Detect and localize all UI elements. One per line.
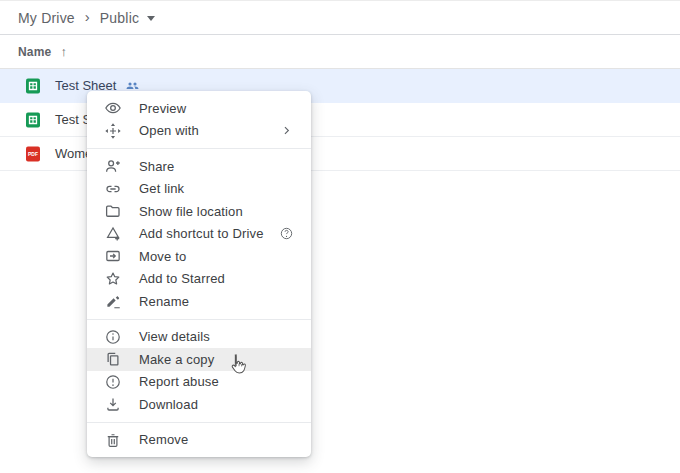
menu-item-make-a-copy[interactable]: Make a copy <box>87 348 311 371</box>
link-icon <box>104 180 122 198</box>
menu-item-label: Move to <box>139 249 186 264</box>
menu-item-label: Remove <box>139 432 188 447</box>
move-to-icon <box>104 247 122 265</box>
menu-item-label: Add shortcut to Drive <box>139 226 264 241</box>
menu-item-label: Share <box>139 159 174 174</box>
copy-icon <box>104 350 122 368</box>
breadcrumb: My Drive › Public <box>0 1 680 35</box>
menu-section: Remove <box>87 423 311 458</box>
menu-item-label: Add to Starred <box>139 271 225 286</box>
pdf-file-icon: PDF <box>25 146 41 162</box>
menu-item-get-link[interactable]: Get link <box>87 178 311 201</box>
menu-item-label: Report abuse <box>139 374 219 389</box>
context-menu: PreviewOpen withShareGet linkShow file l… <box>87 91 311 457</box>
menu-item-view-details[interactable]: View details <box>87 326 311 349</box>
menu-item-label: View details <box>139 329 210 344</box>
menu-section: ShareGet linkShow file locationAdd short… <box>87 149 311 320</box>
folder-dropdown-caret-icon[interactable] <box>147 16 155 21</box>
menu-item-move-to[interactable]: Move to <box>87 245 311 268</box>
star-icon <box>104 270 122 288</box>
eye-icon <box>104 99 122 117</box>
menu-item-label: Make a copy <box>139 352 214 367</box>
folder-icon <box>104 202 122 220</box>
menu-section: View detailsMake a copyReport abuseDownl… <box>87 320 311 423</box>
chevron-right-icon <box>279 123 294 138</box>
menu-item-report-abuse[interactable]: Report abuse <box>87 371 311 394</box>
menu-item-open-with[interactable]: Open with <box>87 120 311 143</box>
drive-file-browser: My Drive › Public Name ↑ Test Sheet Test… <box>0 0 680 473</box>
menu-item-label: Open with <box>139 123 199 138</box>
help-icon[interactable] <box>279 226 294 241</box>
menu-item-label: Rename <box>139 294 189 309</box>
menu-item-show-file-location[interactable]: Show file location <box>87 200 311 223</box>
drive-shortcut-icon <box>104 225 122 243</box>
spreadsheet-file-icon <box>25 112 41 128</box>
name-column-header[interactable]: Name <box>18 45 51 59</box>
menu-item-preview[interactable]: Preview <box>87 97 311 120</box>
menu-item-add-to-starred[interactable]: Add to Starred <box>87 268 311 291</box>
open-with-icon <box>104 122 122 140</box>
breadcrumb-separator-icon: › <box>85 8 90 25</box>
menu-item-label: Download <box>139 397 198 412</box>
menu-item-add-shortcut-to-drive[interactable]: Add shortcut to Drive <box>87 223 311 246</box>
report-icon <box>104 373 122 391</box>
person-add-icon <box>104 157 122 175</box>
spreadsheet-file-icon <box>25 78 41 94</box>
menu-item-download[interactable]: Download <box>87 393 311 416</box>
menu-item-label: Preview <box>139 101 186 116</box>
svg-text:PDF: PDF <box>28 151 38 157</box>
info-icon <box>104 328 122 346</box>
pencil-icon <box>104 292 122 310</box>
menu-item-label: Show file location <box>139 204 243 219</box>
menu-item-remove[interactable]: Remove <box>87 429 311 452</box>
menu-item-share[interactable]: Share <box>87 155 311 178</box>
sort-ascending-icon[interactable]: ↑ <box>60 44 67 59</box>
menu-section: PreviewOpen with <box>87 91 311 149</box>
download-icon <box>104 395 122 413</box>
breadcrumb-current-folder[interactable]: Public <box>100 10 139 26</box>
list-column-header: Name ↑ <box>0 35 680 69</box>
trash-icon <box>104 431 122 449</box>
breadcrumb-my-drive[interactable]: My Drive <box>18 10 75 26</box>
menu-item-label: Get link <box>139 181 184 196</box>
menu-item-rename[interactable]: Rename <box>87 290 311 313</box>
